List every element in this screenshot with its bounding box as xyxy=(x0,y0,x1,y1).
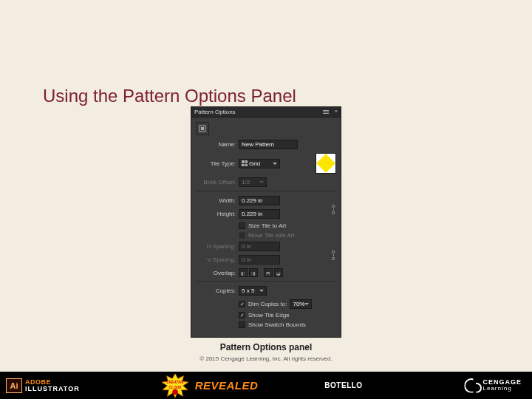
copyright-text: © 2015 Cengage Learning, Inc. All rights… xyxy=(191,355,341,362)
height-label: Height: xyxy=(196,211,236,217)
brick-offset-label: Brick Offset: xyxy=(196,179,236,185)
pattern-options-panel: Pattern Options » Name: New Pattern Tile… xyxy=(191,106,341,338)
ai-mark-icon: Ai xyxy=(6,378,22,393)
cengage-icon xyxy=(464,378,479,393)
revealed-text: REVEALED xyxy=(195,379,259,392)
overlap-left-icon[interactable]: ◧ xyxy=(239,268,248,277)
panel-title: Pattern Options xyxy=(194,109,236,115)
figure-caption: Pattern Options panel xyxy=(191,342,341,352)
tile-type-dropdown[interactable]: Grid xyxy=(239,159,280,168)
dim-copies-checkbox[interactable] xyxy=(239,301,245,307)
show-tile-edge-label: Show Tile Edge xyxy=(248,312,290,318)
width-input[interactable]: 0.229 in xyxy=(239,196,280,205)
slide-title: Using the Pattern Options Panel xyxy=(43,86,296,106)
svg-text:CLOUD: CLOUD xyxy=(168,385,181,389)
v-spacing-label: V Spacing: xyxy=(196,256,236,263)
pattern-preview-swatch xyxy=(316,153,336,174)
separator-icon xyxy=(196,281,336,282)
copies-label: Copies: xyxy=(196,287,236,294)
svg-rect-1 xyxy=(201,127,204,130)
product-name-bottom: ILLUSTRATOR xyxy=(25,386,80,392)
move-tile-label: Move Tile with Art xyxy=(248,232,295,239)
cengage-logo: CENGAGE Learning xyxy=(464,378,532,393)
grid-icon xyxy=(242,160,248,166)
diamond-swatch-icon xyxy=(316,154,335,172)
separator-icon xyxy=(196,191,336,191)
author-name: BOTELLO xyxy=(324,381,362,389)
panel-flyout-menu-icon[interactable] xyxy=(323,109,329,115)
show-tile-edge-checkbox[interactable] xyxy=(239,312,245,318)
dim-copies-dropdown[interactable]: 70% xyxy=(290,299,312,309)
width-label: Width: xyxy=(196,197,236,204)
move-tile-checkbox xyxy=(239,232,245,239)
panel-collapse-icon[interactable]: » xyxy=(335,108,338,115)
size-tile-checkbox[interactable] xyxy=(239,222,245,229)
brick-offset-dropdown: 1/2 xyxy=(239,177,267,187)
dim-copies-label: Dim Copies to: xyxy=(248,301,287,307)
show-swatch-bounds-checkbox[interactable] xyxy=(239,321,245,328)
name-label: Name: xyxy=(196,141,236,148)
svg-text:CREATIVE: CREATIVE xyxy=(166,381,184,384)
overlap-right-icon[interactable]: ◨ xyxy=(249,268,258,277)
h-spacing-label: H Spacing: xyxy=(196,243,236,250)
v-spacing-input: 0 in xyxy=(239,255,280,265)
size-tile-label: Size Tile to Art xyxy=(248,222,286,229)
overlap-label: Overlap: xyxy=(196,270,236,276)
link-spacing-icon xyxy=(330,250,336,260)
brand-bottom: Learning xyxy=(482,386,522,392)
name-input[interactable]: New Pattern xyxy=(239,140,298,149)
link-dimensions-icon[interactable] xyxy=(330,205,336,214)
h-spacing-input: 0 in xyxy=(239,242,280,251)
svg-point-5 xyxy=(172,389,178,395)
panel-header[interactable]: Pattern Options » xyxy=(191,107,341,117)
pattern-tile-tool-icon[interactable] xyxy=(196,122,209,135)
tile-type-label: Tile Type: xyxy=(196,160,236,167)
copies-dropdown[interactable]: 5 x 5 xyxy=(239,286,267,296)
footer-bar: Ai ADOBE ILLUSTRATOR CREATIVE CLOUD REVE… xyxy=(0,372,532,399)
show-swatch-bounds-label: Show Swatch Bounds xyxy=(248,321,306,328)
overlap-bottom-icon[interactable]: ⬓ xyxy=(274,268,283,277)
height-input[interactable]: 0.229 in xyxy=(239,209,280,219)
illustrator-logo: Ai ADOBE ILLUSTRATOR xyxy=(0,378,80,393)
creative-cloud-burst-icon: CREATIVE CLOUD xyxy=(161,373,189,398)
overlap-top-icon[interactable]: ⬒ xyxy=(264,268,273,277)
